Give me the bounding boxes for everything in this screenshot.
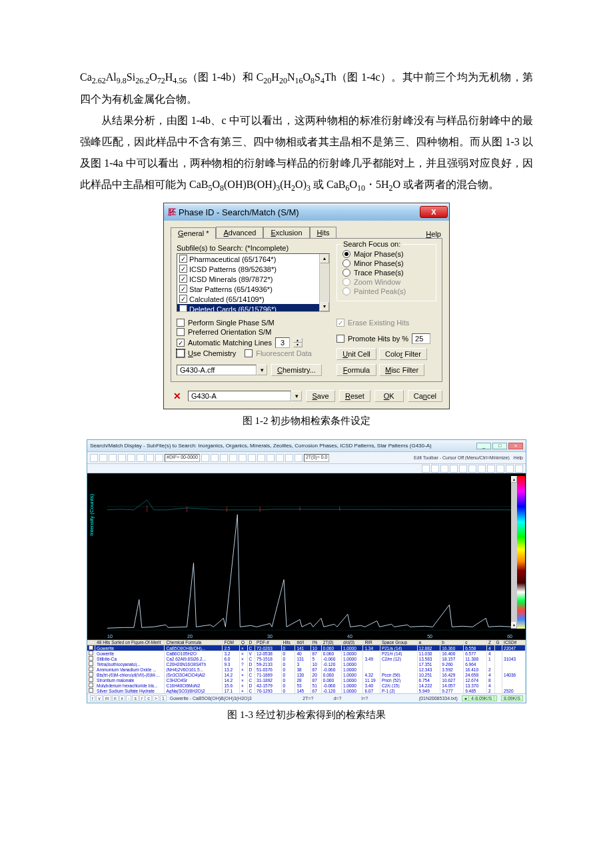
toolbar-right-2[interactable] xyxy=(422,465,523,473)
maximize-icon[interactable]: □ xyxy=(492,443,507,449)
cancel-button[interactable]: Cancel xyxy=(408,390,442,402)
plot-scrollbar[interactable]: ▴ ▾ xyxy=(511,476,517,629)
table-row[interactable]: Stilbite-CaCa2.62Al9.8Si26.2...6.0×C75-1… xyxy=(87,656,526,661)
scroll-down-icon[interactable]: ▾ xyxy=(320,302,329,311)
help-link[interactable]: Help xyxy=(426,230,442,238)
status-tabs[interactable]: rvmnx-src> 1 Gowerite - CaB5O8(OH)B(OH)3… xyxy=(90,695,252,701)
radio-trace[interactable] xyxy=(342,269,350,277)
help-link[interactable]: Help xyxy=(514,455,523,460)
table-row[interactable]: Tetra(isothiocyanato)...C20H20N16O8S4Th9… xyxy=(87,661,526,667)
status-file: (01N20085334.txt) xyxy=(419,696,458,701)
table-row[interactable]: GoweriteCaB6O105H2O3.2×V12-0538040870.06… xyxy=(87,651,526,656)
chk-fluorescent xyxy=(245,349,253,357)
misc-filter-button[interactable]: Misc Filter xyxy=(379,364,424,376)
diffraction-plot[interactable]: Intensity (Counts) xyxy=(87,473,526,640)
table-row[interactable]: Molybdenum hexachloride bis...C16H40Cl6M… xyxy=(87,683,526,688)
figure-1-2-caption: 图 1-2 初步物相检索条件设定 xyxy=(80,415,533,427)
table-row[interactable]: Silver Sodium Sulfate HydrateAgNa(SO3)!8… xyxy=(87,688,526,693)
radio-major[interactable] xyxy=(342,250,350,258)
chk-single-phase[interactable] xyxy=(177,319,185,327)
status-coords: ● 4-8.09K/S 8.09K/S xyxy=(462,695,523,701)
sample-combo[interactable]: G430-A ▾ xyxy=(188,391,302,401)
colorbar xyxy=(517,476,525,629)
phase-id-dialog: 胚 Phase ID - Search/Match (S/M) X Genera… xyxy=(163,203,450,409)
minimize-icon[interactable]: _ xyxy=(476,443,491,449)
chk-promote-hits[interactable] xyxy=(336,335,344,343)
paragraph-1: Ca2.62Al9.8Si26.2O72H4.56（图 1-4b）和 C20H2… xyxy=(80,67,533,110)
spin-up-icon[interactable]: ▴ xyxy=(293,338,303,343)
auto-matching-value[interactable]: 3 xyxy=(275,337,290,348)
save-button[interactable]: Save xyxy=(306,390,335,402)
scroll-up-icon[interactable]: ▴ xyxy=(320,254,329,263)
table-row[interactable]: Strontium malonateC3H2O4Sr14.2×C31-18920… xyxy=(87,677,526,683)
chemistry-button[interactable]: Chemistry... xyxy=(271,364,322,376)
table-row[interactable]: Ammonium Vanadium Oxide ...(NH4)2V6O161.… xyxy=(87,667,526,672)
cff-combo[interactable]: G430-A.cff ▾ xyxy=(177,365,267,375)
figure-1-3-caption: 图 1-3 经过初步检索得到的检索结果 xyxy=(80,709,533,721)
chk-preferred-orient[interactable] xyxy=(177,328,185,336)
window-title: Search/Match Display - SubFile(s) to Sea… xyxy=(90,443,432,449)
search-focus-group: Search Focus on: Major Phase(s) Minor Ph… xyxy=(336,244,436,301)
tab-strip: General * Advanced Exclusion Hits xyxy=(171,226,336,238)
tab-general[interactable]: General * xyxy=(171,227,216,239)
radio-zoom xyxy=(342,278,350,286)
close-icon[interactable]: × xyxy=(508,443,523,449)
chevron-down-icon[interactable]: ▾ xyxy=(291,391,302,401)
paragraph-2: 从结果分析，由图 1-4b、c 中可以看出，这两种物相的标准衍射峰没有与样品衍射… xyxy=(80,110,533,196)
table-row[interactable]: Bis(tri-(6)M-chloro)di(VII)-(6)M-...(Sn3… xyxy=(87,672,526,677)
tab-exclusion[interactable]: Exclusion xyxy=(263,227,309,239)
unit-cell-button[interactable]: Unit Cell xyxy=(336,348,376,360)
clear-icon[interactable]: ✕ xyxy=(171,391,184,401)
status-center: 2T=? d=? I=? xyxy=(303,696,368,701)
chk-auto-matching[interactable] xyxy=(177,339,185,347)
reset-button[interactable]: Reset xyxy=(339,390,370,402)
search-focus-legend: Search Focus on: xyxy=(341,240,402,248)
radio-painted xyxy=(342,287,350,295)
subfiles-listbox[interactable]: Pharmaceutical (65/1764*) ICSD Patterns … xyxy=(177,253,330,312)
dialog-title: Phase ID - Search/Match (S/M) xyxy=(179,207,420,217)
tab-advanced[interactable]: Advanced xyxy=(216,227,263,239)
ok-button[interactable]: OK xyxy=(374,390,404,402)
spin-down-icon[interactable]: ▾ xyxy=(293,343,303,347)
toolbar-status: Edit Toolbar - Cursor Off (Menu/Ctrl=Min… xyxy=(414,455,510,460)
tab-hits[interactable]: Hits xyxy=(310,227,337,239)
chevron-down-icon[interactable]: ▾ xyxy=(257,365,267,375)
formula-button[interactable]: Formula xyxy=(336,364,376,376)
subfiles-label: Subfile(s) to Search: (*Incomplete) xyxy=(177,244,330,252)
promote-value[interactable]: 25 xyxy=(412,333,430,344)
color-filter-button[interactable]: Color Filter xyxy=(379,348,427,360)
radio-minor[interactable] xyxy=(342,259,350,267)
status-formula: Gowerite - CaB5O8(OH)B(OH)3(H2O)3 xyxy=(170,696,252,701)
close-icon[interactable]: X xyxy=(420,206,448,218)
search-match-window: Search/Match Display - SubFile(s) to Sea… xyxy=(87,439,526,703)
toolbar-left[interactable]: #DIF= 00-0000 2T(0)= 0.0 xyxy=(90,454,329,462)
table-row[interactable]: GoweriteCaB5O8OHB(OH)...2.5×C72-02630141… xyxy=(87,645,526,651)
hits-table[interactable]: 48 Hits Sorted on Figure-Of-Merit Chemic… xyxy=(87,640,526,693)
chk-use-chemistry[interactable] xyxy=(177,349,185,357)
chk-erase-existing xyxy=(336,319,344,327)
app-icon: 胚 xyxy=(168,207,176,218)
